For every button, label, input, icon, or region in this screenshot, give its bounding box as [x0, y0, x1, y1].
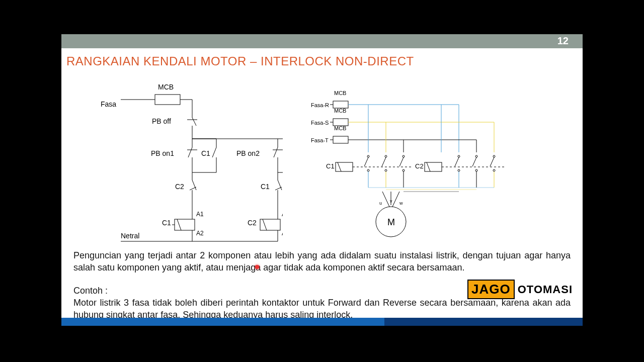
laser-pointer-icon [255, 265, 259, 269]
svg-point-70 [385, 169, 387, 171]
label-c1b: C1 [201, 149, 210, 157]
svg-line-72 [399, 157, 404, 166]
svg-line-63 [338, 162, 341, 171]
svg-line-42 [263, 219, 267, 230]
svg-point-67 [367, 169, 369, 171]
svg-line-84 [490, 157, 494, 166]
label-fasa: Fasa [101, 100, 116, 108]
label-pbon2: PB on2 [236, 149, 260, 157]
label-a2a: A2 [196, 230, 204, 237]
svg-line-29 [274, 147, 278, 157]
svg-point-77 [458, 155, 460, 157]
label-fasat: Fasa-T [311, 137, 329, 143]
svg-point-65 [367, 155, 369, 157]
svg-point-80 [475, 155, 477, 157]
svg-line-6 [192, 118, 196, 126]
label-v: v [390, 199, 392, 204]
label-mcb2: MCB [334, 108, 346, 114]
label-w: w [399, 201, 403, 206]
svg-point-82 [475, 169, 477, 171]
label-u: u [379, 201, 382, 206]
power-circuit-diagram: Fasa-R MCB Fasa-S MCB Fasa-T MCB [308, 82, 524, 248]
label-pbon1: PB on1 [151, 149, 174, 157]
page-number: 12 [557, 35, 569, 47]
label-c1nc: C1 [261, 183, 270, 191]
svg-line-66 [364, 157, 368, 166]
svg-line-69 [382, 157, 386, 166]
svg-rect-1 [155, 95, 180, 105]
svg-line-75 [427, 162, 430, 171]
control-circuit-diagram: MCB Fasa PB off PB on1 C1 [92, 79, 283, 245]
label-c2p: C2 [415, 162, 424, 170]
svg-line-95 [382, 192, 389, 207]
svg-line-78 [455, 157, 459, 166]
slide-title: RANGKAIAN KENDALI MOTOR – INTERLOCK NON-… [66, 54, 414, 68]
svg-point-83 [493, 155, 495, 157]
svg-point-73 [403, 169, 405, 171]
svg-line-11 [188, 147, 192, 157]
svg-rect-51 [333, 119, 348, 126]
label-motor: M [387, 217, 395, 227]
svg-line-97 [392, 192, 399, 207]
label-fasar: Fasa-R [311, 102, 329, 108]
svg-line-15 [212, 147, 216, 157]
svg-point-68 [385, 155, 387, 157]
label-a1b: A1 [282, 211, 283, 218]
svg-rect-47 [333, 101, 348, 108]
svg-point-71 [403, 155, 405, 157]
svg-line-39 [275, 187, 282, 190]
logo-secondary: OTOMASI [518, 283, 573, 296]
label-c1coil: C1 [162, 219, 171, 227]
label-netral: Netral [121, 232, 139, 240]
brand-logo: JAGO OTOMASI [467, 280, 573, 299]
stage: 12 RANGKAIAN KENDALI MOTOR – INTERLOCK N… [0, 0, 644, 362]
paragraph-1: Penguncian yang terjadi antar 2 komponen… [73, 249, 571, 274]
svg-point-85 [493, 169, 495, 171]
label-c1p: C1 [326, 162, 335, 170]
svg-line-20 [190, 187, 196, 190]
logo-primary: JAGO [467, 280, 515, 299]
label-fasas: Fasa-S [311, 120, 329, 126]
label-mcb1: MCB [334, 90, 346, 96]
label-a2b: A2 [282, 230, 283, 237]
label-pboff: PB off [152, 117, 171, 125]
top-bar: 12 [61, 34, 583, 48]
svg-rect-55 [333, 136, 348, 143]
label-c2coil: C2 [248, 219, 257, 227]
label-c2nc: C2 [175, 183, 184, 191]
label-mcb3: MCB [334, 125, 346, 131]
label-mcb: MCB [158, 83, 174, 91]
slide: 12 RANGKAIAN KENDALI MOTOR – INTERLOCK N… [61, 34, 583, 326]
svg-line-81 [472, 157, 476, 166]
svg-point-79 [458, 169, 460, 171]
label-a1a: A1 [196, 211, 204, 218]
bottom-strip [61, 318, 583, 326]
svg-line-23 [177, 219, 181, 230]
